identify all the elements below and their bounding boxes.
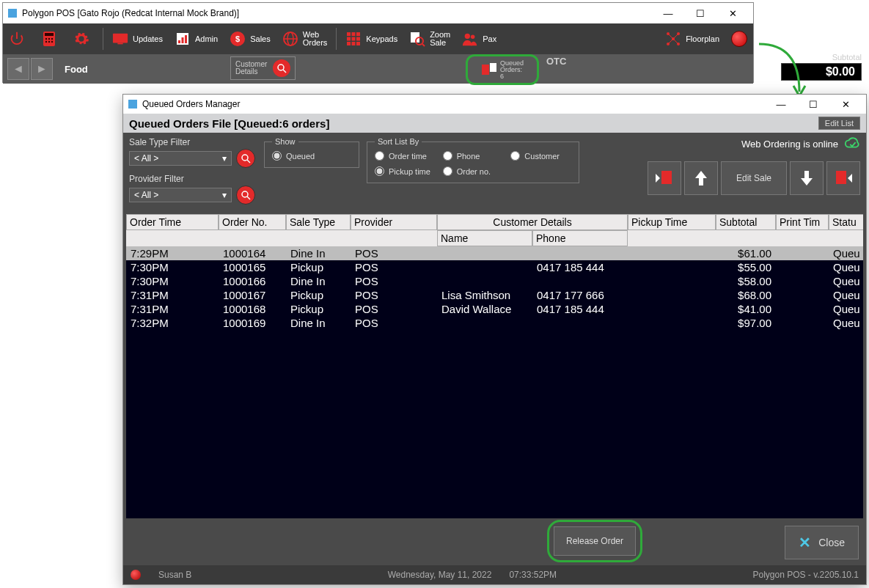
show-queued-label: Queued (286, 152, 315, 161)
svg-point-5 (51, 38, 53, 40)
calculator-button[interactable] (35, 23, 67, 54)
sort-order-time-label: Order time (389, 152, 427, 161)
show-legend: Show (272, 137, 298, 146)
app-icon (7, 8, 18, 18)
admin-button[interactable]: Admin (169, 23, 224, 54)
table-cell: Dine In (286, 316, 351, 330)
main-titlebar: Polygon POS [Gato Rojo (Redcat Internal … (3, 3, 753, 23)
provider-filter-select[interactable]: < All >▾ (129, 188, 232, 202)
svg-rect-52 (661, 171, 672, 184)
col-provider[interactable]: Provider (351, 214, 437, 230)
table-row[interactable]: 7:29PM1000164Dine InPOS$61.00Queu (126, 246, 863, 260)
col-status[interactable]: Statu (829, 214, 863, 230)
col-pickup-time[interactable]: Pickup Time (628, 214, 716, 230)
zoom-sale-button[interactable]: Zoom Sale (403, 23, 456, 54)
sales-button[interactable]: $Sales (224, 23, 276, 54)
table-cell (437, 260, 532, 274)
customer-details-button[interactable]: Customer Details (230, 56, 296, 80)
sort-customer-radio[interactable]: Customer (510, 151, 571, 161)
table-row[interactable]: 7:31PM1000167PickupPOSLisa Smithson0417 … (126, 288, 863, 302)
table-row[interactable]: 7:30PM1000165PickupPOS0417 185 444$55.00… (126, 260, 863, 274)
svg-line-40 (673, 34, 678, 39)
sale-type-filter-select[interactable]: < All >▾ (129, 151, 232, 166)
sub-toolbar: ◄ ► Food Customer Details (3, 54, 753, 84)
table-cell: 0417 185 444 (532, 260, 628, 274)
gear-button[interactable] (67, 23, 100, 54)
svg-point-8 (51, 41, 53, 43)
close-dialog-button[interactable]: ✕ Close (785, 526, 859, 559)
table-cell: Queu (829, 288, 863, 302)
col-order-no[interactable]: Order No. (219, 214, 286, 230)
updates-button[interactable]: Updates (106, 23, 169, 54)
customer-search-icon[interactable] (273, 59, 290, 77)
table-cell (532, 274, 628, 288)
table-cell: POS (351, 288, 437, 302)
zoom-sale-label: Zoom Sale (430, 31, 450, 47)
status-user: Susan B (158, 570, 191, 580)
floorplan-button[interactable]: Floorplan (659, 23, 725, 54)
web-orders-label: Web Orders (303, 31, 328, 47)
up-button[interactable] (684, 161, 718, 195)
minimize-button[interactable]: — (652, 3, 684, 23)
table-cell: David Wallace (437, 302, 532, 316)
keypads-label: Keypads (366, 34, 397, 43)
edit-list-button[interactable]: Edit List (818, 117, 860, 130)
provider-search-button[interactable] (236, 185, 255, 205)
table-row[interactable]: 7:30PM1000166Dine InPOS$58.00Queu (126, 274, 863, 288)
table-row[interactable]: 7:32PM1000169Dine InPOS$97.00Queu (126, 316, 863, 330)
svg-point-43 (278, 65, 284, 70)
dialog-app-icon (128, 99, 138, 109)
table-cell: $58.00 (716, 274, 776, 288)
prev-sale-button[interactable] (648, 161, 681, 195)
table-cell: 7:30PM (126, 260, 219, 274)
dialog-close-button[interactable]: ✕ (829, 94, 862, 114)
svg-line-49 (247, 160, 250, 163)
col-print-time[interactable]: Print Tim (776, 214, 829, 230)
dialog-maximize-button[interactable]: ☐ (797, 94, 829, 114)
qof-header-text: Queued Orders File [Queued:6 orders] (129, 117, 329, 130)
keypads-button[interactable]: Keypads (340, 23, 403, 54)
edit-sale-button[interactable]: Edit Sale (721, 161, 787, 195)
dialog-minimize-button[interactable]: — (765, 94, 797, 114)
table-cell: 7:29PM (126, 246, 219, 260)
table-cell: 1000167 (219, 288, 286, 302)
sort-pickup-time-radio[interactable]: Pickup time (375, 166, 436, 176)
table-cell: Queu (829, 316, 863, 330)
web-ordering-status: Web Ordering is online (741, 137, 860, 150)
col-name[interactable]: Name (437, 230, 532, 246)
record-button[interactable] (725, 23, 753, 54)
table-cell (628, 316, 716, 330)
dialog-titlebar: Queued Orders Manager — ☐ ✕ (123, 95, 866, 114)
table-cell: $41.00 (716, 302, 776, 316)
table-cell (437, 246, 532, 260)
maximize-button[interactable]: ☐ (684, 3, 716, 23)
category-label: Food (65, 64, 88, 75)
table-cell (628, 288, 716, 302)
col-phone[interactable]: Phone (532, 230, 628, 246)
table-cell: 0417 185 444 (532, 302, 628, 316)
sort-order-time-radio[interactable]: Order time (375, 151, 436, 161)
col-order-time[interactable]: Order Time (126, 214, 219, 230)
down-button[interactable] (790, 161, 824, 195)
table-cell: 0417 177 666 (532, 288, 628, 302)
release-order-button[interactable]: Release Order (554, 526, 636, 556)
col-subtotal[interactable]: Subtotal (716, 214, 776, 230)
table-cell: POS (351, 246, 437, 260)
col-sale-type[interactable]: Sale Type (286, 214, 351, 230)
close-main-button[interactable]: ✕ (716, 3, 749, 23)
table-cell: 7:32PM (126, 316, 219, 330)
show-queued-radio[interactable]: Queued (272, 151, 351, 161)
sort-phone-radio[interactable]: Phone (443, 151, 504, 161)
col-customer-details: Customer Details (437, 214, 628, 230)
nav-forward-button[interactable]: ► (31, 58, 53, 80)
show-group: Show Queued (264, 137, 359, 168)
power-button[interactable] (3, 23, 35, 54)
sort-order-no-radio[interactable]: Order no. (443, 166, 504, 176)
pax-button[interactable]: Pax (456, 23, 502, 54)
nav-back-button[interactable]: ◄ (7, 58, 29, 80)
sale-type-search-button[interactable] (236, 149, 255, 168)
queued-orders-button[interactable]: Queued Orders: 6 (466, 54, 539, 85)
web-orders-button[interactable]: Web Orders (276, 23, 334, 54)
table-row[interactable]: 7:31PM1000168PickupPOSDavid Wallace0417 … (126, 302, 863, 316)
next-sale-button[interactable] (826, 161, 860, 195)
